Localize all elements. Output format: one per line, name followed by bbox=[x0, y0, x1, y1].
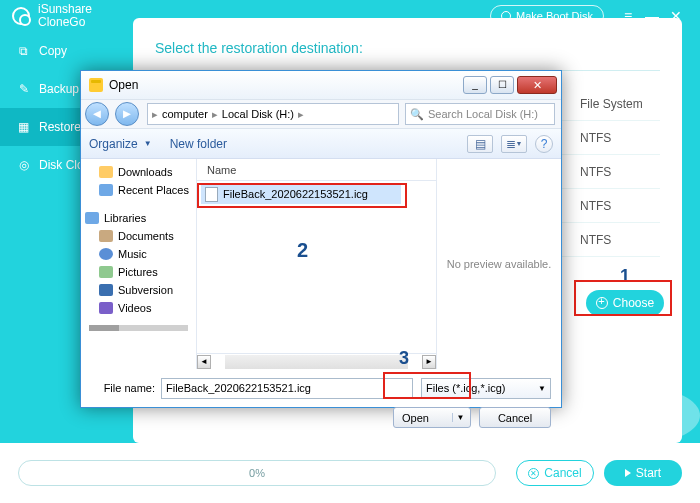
cell-fs: NTFS bbox=[580, 131, 660, 145]
copy-icon: ⧉ bbox=[16, 44, 31, 59]
dialog-cancel-button[interactable]: Cancel bbox=[479, 407, 551, 428]
tree-scrollbar[interactable] bbox=[89, 325, 188, 331]
nav-back-button[interactable]: ◄ bbox=[85, 102, 109, 126]
tree-music[interactable]: Music bbox=[85, 245, 192, 263]
breadcrumb[interactable]: ▸computer ▸Local Disk (H:) ▸ bbox=[147, 103, 399, 125]
preview-pane-button[interactable]: ▤ bbox=[467, 135, 493, 153]
dialog-maximize-button[interactable]: ☐ bbox=[490, 76, 514, 94]
brand-line2: CloneGo bbox=[38, 16, 92, 29]
start-button[interactable]: Start bbox=[604, 460, 682, 486]
filename-label: File name: bbox=[91, 382, 155, 394]
music-icon bbox=[99, 248, 113, 260]
documents-icon bbox=[99, 230, 113, 242]
filename-row: File name: Files (*.icg,*.icg)▼ bbox=[81, 369, 561, 407]
restore-icon: ▦ bbox=[16, 120, 31, 135]
chevron-down-icon: ▼ bbox=[144, 139, 152, 148]
brand: iSunshare CloneGo bbox=[38, 3, 92, 29]
nav-forward-button[interactable]: ► bbox=[115, 102, 139, 126]
file-list: Name FileBack_2020622153521.icg 2 ◄► bbox=[197, 159, 436, 369]
dialog-title: Open bbox=[109, 78, 138, 92]
bottom-bar: 0% ✕Cancel Start bbox=[0, 443, 700, 503]
highlight-box-choose bbox=[574, 280, 672, 316]
backup-icon: ✎ bbox=[16, 82, 31, 97]
recent-icon bbox=[99, 184, 113, 196]
play-icon bbox=[625, 469, 631, 477]
step-2-label: 2 bbox=[297, 239, 308, 262]
x-icon: ✕ bbox=[528, 468, 539, 479]
step-3-label: 3 bbox=[399, 348, 409, 369]
dialog-titlebar: Open _ ☐ ✕ bbox=[81, 71, 561, 99]
nav-tree[interactable]: Downloads Recent Places Libraries Docume… bbox=[81, 159, 197, 369]
tree-recent-places[interactable]: Recent Places bbox=[85, 181, 192, 199]
tree-pictures[interactable]: Pictures bbox=[85, 263, 192, 281]
tree-subversion[interactable]: Subversion bbox=[85, 281, 192, 299]
dialog-minimize-button[interactable]: _ bbox=[463, 76, 487, 94]
tree-libraries[interactable]: Libraries bbox=[85, 209, 192, 227]
highlight-box-open bbox=[383, 372, 471, 399]
search-input[interactable]: 🔍Search Local Disk (H:) bbox=[405, 103, 555, 125]
new-folder-button[interactable]: New folder bbox=[170, 137, 227, 151]
libraries-icon bbox=[85, 212, 99, 224]
subversion-icon bbox=[99, 284, 113, 296]
open-button[interactable]: Open▼ bbox=[393, 407, 471, 428]
organize-menu[interactable]: Organize bbox=[89, 137, 138, 151]
pictures-icon bbox=[99, 266, 113, 278]
filename-input[interactable] bbox=[161, 378, 413, 399]
cell-fs: NTFS bbox=[580, 233, 660, 247]
col-header-name[interactable]: Name bbox=[197, 159, 436, 181]
app-window: iSunshare CloneGo Make Boot Disk ≡ — ✕ ⧉… bbox=[0, 0, 700, 503]
view-mode-button[interactable]: ≣ ▼ bbox=[501, 135, 527, 153]
col-header-filesystem: File System bbox=[580, 97, 660, 111]
disk-clone-icon: ◎ bbox=[16, 158, 31, 173]
cell-fs: NTFS bbox=[580, 199, 660, 213]
preview-pane: No preview available. bbox=[436, 159, 561, 369]
help-button[interactable]: ? bbox=[535, 135, 553, 153]
folder-icon bbox=[99, 166, 113, 178]
open-file-dialog: Open _ ☐ ✕ ◄ ► ▸computer ▸Local Disk (H:… bbox=[80, 70, 562, 408]
chevron-down-icon[interactable]: ▼ bbox=[452, 413, 468, 422]
folder-icon bbox=[89, 78, 103, 92]
sidebar-item-copy[interactable]: ⧉Copy bbox=[0, 32, 118, 70]
dialog-nav: ◄ ► ▸computer ▸Local Disk (H:) ▸ 🔍Search… bbox=[81, 99, 561, 129]
cell-fs: NTFS bbox=[580, 165, 660, 179]
tree-videos[interactable]: Videos bbox=[85, 299, 192, 317]
tree-downloads[interactable]: Downloads bbox=[85, 163, 192, 181]
progress-bar: 0% bbox=[18, 460, 496, 486]
highlight-box-file bbox=[197, 183, 407, 208]
search-icon: 🔍 bbox=[410, 108, 424, 121]
page-heading: Select the restoration destination: bbox=[155, 40, 660, 71]
tree-documents[interactable]: Documents bbox=[85, 227, 192, 245]
dialog-close-button[interactable]: ✕ bbox=[517, 76, 557, 94]
app-logo-icon bbox=[12, 7, 30, 25]
videos-icon bbox=[99, 302, 113, 314]
cancel-button[interactable]: ✕Cancel bbox=[516, 460, 594, 486]
dialog-toolbar: Organize▼ New folder ▤ ≣ ▼ ? bbox=[81, 129, 561, 159]
